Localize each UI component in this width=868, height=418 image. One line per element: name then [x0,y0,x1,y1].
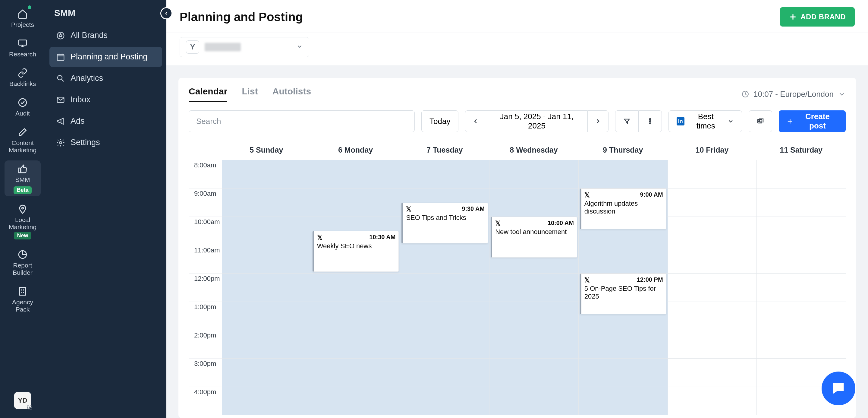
rail-backlinks[interactable]: Backlinks [4,64,41,90]
more-button[interactable] [639,110,662,132]
hour-cell[interactable] [757,302,846,330]
hour-cell[interactable] [400,245,489,273]
hour-cell[interactable] [222,160,311,188]
hour-cell[interactable] [222,330,311,359]
calendar-event[interactable]: 𝕏10:30 AMWeekly SEO news [313,231,399,272]
rail-report-builder[interactable]: Report Builder [4,246,41,279]
search-input[interactable]: Search [189,110,415,132]
link-icon [17,67,29,79]
hour-cell[interactable] [222,245,311,273]
hour-cell[interactable] [668,387,757,415]
day-column[interactable]: 𝕏9:00 AMAlgorithm updates discussion𝕏12:… [578,160,668,415]
day-column[interactable]: 𝕏10:30 AMWeekly SEO news [311,160,400,415]
date-range-button[interactable]: Jan 5, 2025 - Jan 11, 2025 [486,110,587,132]
hour-cell[interactable] [311,160,400,188]
day-column[interactable] [668,160,757,415]
hour-cell[interactable] [311,330,400,359]
hour-cell[interactable] [222,188,311,217]
hour-cell[interactable] [400,387,489,415]
sidebar-item-ads[interactable]: Ads [50,111,162,131]
hour-cell[interactable] [579,330,668,359]
hour-cell[interactable] [490,302,578,330]
rail-audit[interactable]: Audit [4,94,41,119]
calendar-event[interactable]: 𝕏9:30 AMSEO Tips and Tricks [401,203,488,243]
rail-local-marketing[interactable]: Local Marketing New [4,201,41,242]
hour-cell[interactable] [668,217,757,245]
create-post-button[interactable]: Create post [779,110,846,132]
hour-cell[interactable] [400,330,489,359]
hour-cell[interactable] [668,359,757,387]
hour-cell[interactable] [490,273,578,302]
sidebar-item-planning[interactable]: Planning and Posting [50,47,162,67]
collapse-sidebar-button[interactable] [160,7,173,19]
hour-cell[interactable] [311,387,400,415]
hour-cell[interactable] [490,160,578,188]
rail-projects[interactable]: Projects [4,5,41,31]
brand-select[interactable]: Y [180,37,309,57]
hour-cell[interactable] [579,160,668,188]
hour-cell[interactable] [490,387,578,415]
hour-cell[interactable] [668,160,757,188]
chat-fab[interactable] [822,371,855,405]
hour-cell[interactable] [222,387,311,415]
hour-cell[interactable] [311,359,400,387]
day-column[interactable]: 𝕏9:30 AMSEO Tips and Tricks [400,160,489,415]
hour-cell[interactable] [757,330,846,359]
calendar-event[interactable]: 𝕏12:00 PM5 On-Page SEO Tips for 2025 [580,273,666,314]
timezone-selector[interactable]: 10:07 - Europe/London [741,90,846,99]
media-library-button[interactable] [749,110,772,132]
tab-calendar[interactable]: Calendar [189,86,227,102]
hour-cell[interactable] [222,273,311,302]
rail-research[interactable]: Research [4,35,41,60]
prev-week-button[interactable] [465,110,486,132]
hour-cell[interactable] [668,245,757,273]
hour-cell[interactable] [757,245,846,273]
hour-cell[interactable] [490,330,578,359]
hour-cell[interactable] [222,302,311,330]
hour-cell[interactable] [579,387,668,415]
hour-cell[interactable] [579,245,668,273]
rail-smm[interactable]: SMM Beta [4,160,41,196]
calendar-event[interactable]: 𝕏10:00 AMNew tool announcement [491,217,577,258]
hour-cell[interactable] [757,160,846,188]
hour-cell[interactable] [311,302,400,330]
rail-content-marketing[interactable]: Content Marketing [4,124,41,156]
sidebar-item-analytics[interactable]: Analytics [50,68,162,88]
calendar-event[interactable]: 𝕏9:00 AMAlgorithm updates discussion [580,188,666,229]
hour-cell[interactable] [579,359,668,387]
add-brand-button[interactable]: ADD BRAND [780,7,855,27]
sidebar-label: Settings [70,138,100,147]
tab-autolists[interactable]: Autolists [273,86,311,102]
day-column[interactable]: 𝕏10:00 AMNew tool announcement [489,160,578,415]
hour-cell[interactable] [668,302,757,330]
rail-agency-pack[interactable]: Agency Pack [4,283,41,316]
hour-cell[interactable] [222,217,311,245]
time-slot: 8:00am [189,160,222,188]
user-menu[interactable]: YD [14,392,31,409]
hour-cell[interactable] [311,273,400,302]
tab-list[interactable]: List [242,86,258,102]
next-week-button[interactable] [587,110,609,132]
day-header: 8 Wednesday [489,140,578,160]
hour-cell[interactable] [668,188,757,217]
hour-cell[interactable] [400,273,489,302]
hour-cell[interactable] [490,359,578,387]
sidebar-item-settings[interactable]: Settings [50,132,162,153]
hour-cell[interactable] [757,217,846,245]
hour-cell[interactable] [668,273,757,302]
day-column[interactable] [222,160,311,415]
hour-cell[interactable] [222,359,311,387]
hour-cell[interactable] [311,188,400,217]
sidebar-item-inbox[interactable]: Inbox [50,90,162,110]
hour-cell[interactable] [400,359,489,387]
hour-cell[interactable] [668,330,757,359]
sidebar-item-all-brands[interactable]: All Brands [50,25,162,46]
hour-cell[interactable] [400,302,489,330]
filter-button[interactable] [615,110,639,132]
hour-cell[interactable] [757,188,846,217]
today-button[interactable]: Today [421,110,458,132]
hour-cell[interactable] [757,273,846,302]
hour-cell[interactable] [400,160,489,188]
best-times-button[interactable]: in Best times [669,110,742,132]
hour-cell[interactable] [490,188,578,217]
